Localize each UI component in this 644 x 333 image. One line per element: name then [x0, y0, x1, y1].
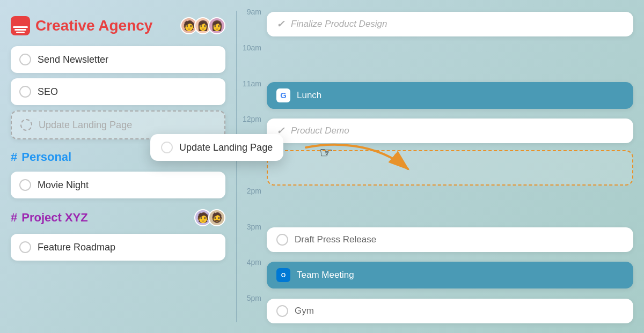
task-label: SEO: [38, 86, 58, 98]
drop-zone[interactable]: [267, 150, 633, 186]
avatar-p2: 🧔: [208, 209, 225, 226]
event-gym[interactable]: Gym: [267, 299, 633, 323]
event-slot-11am: G Lunch: [267, 79, 633, 112]
task-label: Movie Night: [38, 180, 89, 191]
event-team-meeting[interactable]: O Team Meeting: [267, 262, 633, 288]
task-checkbox[interactable]: [19, 86, 31, 98]
event-title: Gym: [295, 306, 314, 316]
event-finalize-product-design[interactable]: ✓ Finalize Product Design: [267, 12, 633, 36]
project-xyz-title: Project XYZ: [21, 211, 87, 225]
event-slot-10am: [267, 43, 633, 76]
project-hash-icon: #: [11, 211, 17, 225]
event-product-demo[interactable]: ✓ Product Demo: [267, 119, 633, 143]
task-seo[interactable]: SEO: [11, 78, 225, 105]
event-title: Lunch: [297, 90, 321, 101]
personal-hash-icon: #: [11, 150, 17, 164]
dragged-checkbox: [161, 142, 173, 153]
check-icon: ✓: [276, 18, 284, 30]
event-slot-12pm: ✓ Product Demo: [267, 114, 633, 147]
project-xyz-avatars: 🧑 🧔: [194, 209, 225, 226]
task-label: Feature Roadmap: [38, 242, 115, 253]
event-title: Finalize Product Design: [291, 19, 387, 29]
dragged-task-item[interactable]: Update Landing Page: [150, 134, 283, 161]
time-5pm: 5pm: [237, 292, 267, 328]
time-11am: 11am: [237, 77, 267, 113]
personal-section-title: Personal: [21, 150, 71, 164]
event-slot-1pm[interactable]: [267, 150, 633, 186]
task-feature-roadmap[interactable]: Feature Roadmap: [11, 234, 225, 261]
time-2pm: 2pm: [237, 184, 267, 220]
event-slot-5pm: Gym: [267, 294, 633, 328]
task-checkbox[interactable]: [19, 54, 31, 65]
event-slot-3pm: Draft Press Release: [267, 223, 633, 256]
task-checkbox[interactable]: [19, 241, 31, 253]
right-panel: 9am 10am 11am 12pm 1pm 2pm 3pm 4pm 5pm ✓…: [237, 0, 644, 333]
event-checkbox[interactable]: [276, 234, 288, 246]
time-4pm: 4pm: [237, 256, 267, 292]
project-xyz-section-header: # Project XYZ 🧑 🧔: [11, 209, 225, 226]
event-title: Team Meeting: [297, 270, 354, 280]
creative-agency-avatars: 🧑 👩 👩: [180, 17, 225, 34]
event-slot-9am: ✓ Finalize Product Design: [267, 8, 633, 41]
event-lunch[interactable]: G Lunch: [267, 82, 633, 109]
outlook-logo: O: [276, 268, 290, 282]
creative-agency-header: Creative Agency 🧑 👩 👩: [11, 16, 225, 35]
task-movie-night[interactable]: Movie Night: [11, 172, 225, 198]
google-logo: G: [276, 88, 290, 102]
event-slot-2pm: [267, 188, 633, 221]
task-checkbox[interactable]: [19, 179, 31, 191]
event-title: Product Demo: [291, 125, 349, 136]
time-9am: 9am: [237, 5, 267, 41]
creative-agency-icon: [11, 16, 30, 35]
time-column: 9am 10am 11am 12pm 1pm 2pm 3pm 4pm 5pm: [237, 5, 267, 328]
event-slot-4pm: O Team Meeting: [267, 258, 633, 292]
creative-agency-title: Creative Agency: [35, 17, 152, 34]
task-label: Send Newsletter: [38, 54, 108, 65]
left-panel: Creative Agency 🧑 👩 👩 Send Newsletter SE…: [0, 0, 236, 333]
event-checkbox[interactable]: [276, 305, 288, 317]
event-title: Draft Press Release: [295, 234, 376, 245]
task-checkbox-dashed: [20, 119, 32, 131]
avatar-3: 👩: [208, 17, 225, 34]
time-3pm: 3pm: [237, 220, 267, 256]
task-label: Update Landing Page: [39, 120, 132, 131]
task-send-newsletter[interactable]: Send Newsletter: [11, 46, 225, 73]
events-column: ✓ Finalize Product Design G Lunch ✓ Prod…: [267, 5, 633, 328]
dragged-task-label: Update Landing Page: [179, 142, 273, 153]
event-draft-press-release[interactable]: Draft Press Release: [267, 227, 633, 252]
time-10am: 10am: [237, 41, 267, 77]
